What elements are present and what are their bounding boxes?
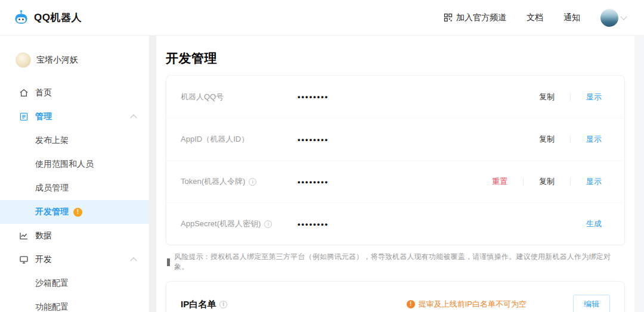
ip-warning-text: 提审及上线前IP白名单不可为空 bbox=[419, 299, 527, 310]
field-label: AppSecret(机器人密钥) i bbox=[181, 219, 298, 229]
show-button[interactable]: 显示 bbox=[584, 92, 604, 102]
user-avatar bbox=[600, 9, 618, 27]
main-content: 开发管理 机器人QQ号 •••••••• 复制 显示 AppID（机器人ID） … bbox=[156, 36, 634, 312]
sidebar-item-data[interactable]: 数据 bbox=[0, 224, 149, 248]
sidebar-item-develop[interactable]: 开发 bbox=[0, 248, 149, 272]
chart-icon bbox=[19, 231, 29, 241]
docs-link[interactable]: 文档 bbox=[527, 13, 543, 23]
bot-name: 宝塔小河妖 bbox=[36, 55, 78, 65]
info-icon[interactable]: i bbox=[219, 301, 227, 308]
sidebar-item-dev-manage[interactable]: 开发管理 ! bbox=[0, 200, 149, 224]
risk-tip-text: 风险提示：授权机器人绑定至第三方平台（例如腾讯元器），将导致机器人现有功能被覆盖… bbox=[174, 252, 624, 272]
masked-value: •••••••• bbox=[298, 177, 329, 186]
notifications-link[interactable]: 通知 bbox=[564, 13, 580, 23]
risk-tip: 风险提示：授权机器人绑定至第三方平台（例如腾讯元器），将导致机器人现有功能被覆盖… bbox=[167, 252, 624, 272]
qr-code-icon bbox=[444, 13, 453, 22]
copy-button[interactable]: 复制 bbox=[537, 92, 557, 102]
top-header: QQ机器人 加入官方频道 文档 通知 bbox=[0, 0, 644, 36]
copy-button[interactable]: 复制 bbox=[537, 134, 557, 145]
header-nav: 加入官方频道 文档 通知 bbox=[444, 9, 626, 27]
row-actions: 复制 显示 bbox=[537, 134, 604, 145]
bot-avatar bbox=[16, 52, 31, 68]
sidebar-item-publish[interactable]: 发布上架 bbox=[0, 129, 149, 152]
list-icon bbox=[19, 112, 29, 122]
field-label-text: AppSecret(机器人密钥) bbox=[181, 219, 261, 229]
home-icon bbox=[19, 88, 29, 98]
sidebar-item-label: 管理 bbox=[35, 111, 52, 122]
sidebar-item-label: 开发 bbox=[35, 254, 52, 265]
action-divider bbox=[523, 177, 524, 186]
bot-identity[interactable]: 宝塔小河妖 bbox=[0, 36, 149, 81]
row-appsecret: AppSecret(机器人密钥) i •••••••• 生成 bbox=[166, 202, 624, 245]
show-button[interactable]: 显示 bbox=[584, 176, 604, 187]
join-official-channel-link[interactable]: 加入官方频道 bbox=[444, 13, 506, 23]
credentials-card: 机器人QQ号 •••••••• 复制 显示 AppID（机器人ID） •••••… bbox=[166, 75, 625, 245]
field-label-text: 机器人QQ号 bbox=[181, 92, 224, 102]
ip-card-header: IP白名单 i ! 提审及上线前IP白名单不可为空 编辑 bbox=[166, 282, 624, 312]
chevron-down-icon bbox=[620, 13, 627, 20]
warning-badge-icon: ! bbox=[73, 208, 82, 217]
docs-label: 文档 bbox=[527, 13, 543, 23]
edit-button[interactable]: 编辑 bbox=[573, 295, 610, 312]
row-token: Token(机器人令牌) i •••••••• 重置 复制 显示 bbox=[166, 160, 624, 202]
row-bot-qq: 机器人QQ号 •••••••• 复制 显示 bbox=[166, 76, 624, 118]
row-actions: 重置 复制 显示 bbox=[490, 176, 604, 187]
notifications-label: 通知 bbox=[564, 13, 580, 23]
ip-warning: ! 提审及上线前IP白名单不可为空 bbox=[407, 299, 527, 310]
action-divider bbox=[570, 177, 571, 186]
ip-whitelist-title: IP白名单 i bbox=[181, 299, 227, 310]
sidebar-item-label: 发布上架 bbox=[35, 135, 69, 146]
sidebar-item-members[interactable]: 成员管理 bbox=[0, 176, 149, 200]
chevron-up-icon bbox=[130, 114, 137, 121]
sidebar-item-label: 沙箱配置 bbox=[35, 278, 69, 289]
robot-logo-icon bbox=[13, 10, 29, 26]
masked-value: •••••••• bbox=[298, 92, 329, 101]
field-label: Token(机器人令牌) i bbox=[181, 176, 298, 187]
show-button[interactable]: 显示 bbox=[584, 134, 604, 145]
sidebar-divider bbox=[149, 36, 156, 312]
info-icon[interactable]: i bbox=[264, 220, 272, 228]
logo-text: QQ机器人 bbox=[34, 11, 82, 24]
field-label-text: AppID（机器人ID） bbox=[181, 134, 249, 145]
sidebar-item-label: 成员管理 bbox=[35, 183, 69, 194]
sidebar-item-label: 开发管理 bbox=[35, 207, 69, 217]
ip-card-right: ! 提审及上线前IP白名单不可为空 编辑 bbox=[407, 295, 610, 312]
row-appid: AppID（机器人ID） •••••••• 复制 显示 bbox=[166, 118, 624, 160]
copy-button[interactable]: 复制 bbox=[537, 176, 557, 187]
join-channel-label: 加入官方频道 bbox=[456, 13, 506, 23]
sidebar-item-home[interactable]: 首页 bbox=[0, 81, 149, 105]
field-label: 机器人QQ号 bbox=[181, 92, 298, 102]
row-actions: 生成 bbox=[584, 219, 604, 229]
row-actions: 复制 显示 bbox=[537, 92, 604, 102]
alert-circle-icon: ! bbox=[407, 300, 415, 308]
sidebar: 宝塔小河妖 首页 管理 bbox=[0, 36, 149, 312]
sidebar-item-features[interactable]: 功能配置 bbox=[0, 295, 149, 312]
page-right-margin bbox=[634, 36, 644, 312]
field-label-text: Token(机器人令牌) bbox=[181, 176, 245, 187]
app-logo: QQ机器人 bbox=[13, 10, 82, 26]
sidebar-item-label: 功能配置 bbox=[35, 302, 69, 312]
action-divider bbox=[570, 135, 571, 143]
action-divider bbox=[570, 93, 571, 101]
monitor-icon bbox=[19, 255, 29, 265]
account-menu[interactable] bbox=[600, 9, 626, 27]
reset-button[interactable]: 重置 bbox=[490, 176, 510, 187]
sidebar-item-label: 首页 bbox=[35, 88, 52, 98]
risk-bar-icon bbox=[167, 258, 170, 266]
info-icon[interactable]: i bbox=[249, 178, 256, 186]
generate-button[interactable]: 生成 bbox=[584, 219, 604, 229]
sidebar-item-sandbox[interactable]: 沙箱配置 bbox=[0, 272, 149, 295]
masked-value: •••••••• bbox=[298, 220, 329, 229]
field-label: AppID（机器人ID） bbox=[181, 134, 298, 145]
ip-title-text: IP白名单 bbox=[181, 299, 216, 310]
ip-whitelist-card: IP白名单 i ! 提审及上线前IP白名单不可为空 编辑 bbox=[166, 281, 625, 312]
chevron-up-icon bbox=[130, 257, 137, 264]
sidebar-item-label: 使用范围和人员 bbox=[35, 159, 94, 170]
masked-value: •••••••• bbox=[298, 135, 329, 144]
sidebar-item-manage[interactable]: 管理 bbox=[0, 105, 149, 129]
page-title: 开发管理 bbox=[166, 36, 625, 75]
sidebar-item-label: 数据 bbox=[35, 230, 52, 241]
sidebar-item-scope[interactable]: 使用范围和人员 bbox=[0, 152, 149, 176]
sidebar-menu: 首页 管理 发布上架 使用范围和人员 成员管理 bbox=[0, 81, 149, 312]
